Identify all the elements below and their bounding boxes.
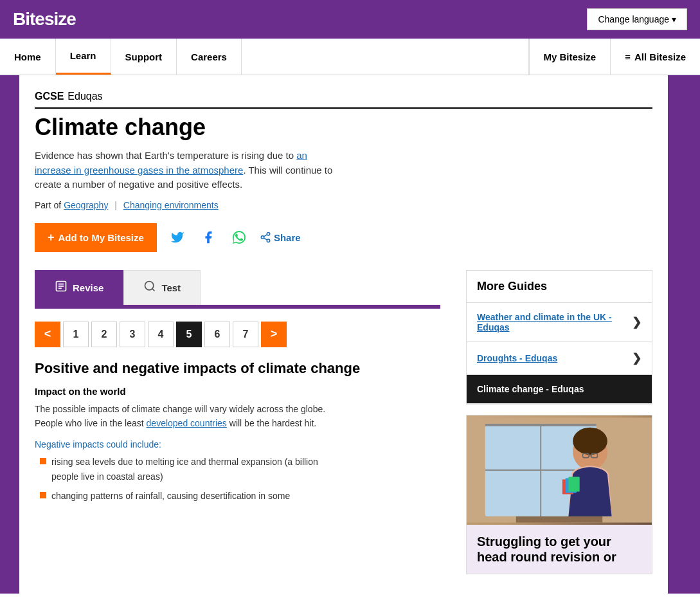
changing-environments-link[interactable]: Changing environments	[123, 200, 219, 210]
page-6-button[interactable]: 6	[204, 322, 230, 347]
page-5-button[interactable]: 5	[176, 322, 202, 347]
top-header: Bitesize Change language ▾	[0, 0, 700, 39]
right-purple-strip	[668, 75, 700, 594]
plus-icon: +	[48, 231, 55, 244]
developed-countries-link[interactable]: developed countries	[147, 418, 227, 428]
promo-heading: Struggling to get your head round revisi…	[477, 534, 642, 565]
tab-revise[interactable]: Revise	[35, 270, 123, 305]
article-paragraph: The possible impacts of climate change w…	[35, 402, 343, 431]
right-sidebar: More Guides Weather and climate in the U…	[453, 270, 652, 574]
prev-page-button[interactable]: <	[35, 322, 60, 347]
promo-text-box: Struggling to get your head round revisi…	[467, 525, 652, 574]
more-guides-title: More Guides	[467, 271, 652, 303]
guide-link-climate-change[interactable]: Climate change - Eduqas	[467, 375, 652, 404]
svg-line-3	[264, 238, 267, 240]
pagination: < 1 2 3 4 5 6 7 >	[35, 322, 440, 347]
breadcrumb-gcse: GCSE	[35, 91, 64, 102]
guide-link-droughts[interactable]: Droughts - Eduqas ❯	[467, 342, 652, 375]
page-1-button[interactable]: 1	[63, 322, 89, 347]
share-button[interactable]: Share	[260, 232, 301, 243]
nav-right: My Bitesize ≡ All Bitesize	[528, 39, 701, 75]
bullet-list: rising sea levels due to melting ice and…	[40, 455, 440, 503]
section-title: Impact on the world	[35, 386, 440, 397]
bitesize-logo: Bitesize	[13, 9, 76, 30]
page-description: Evidence has shown that Earth's temperat…	[35, 149, 343, 192]
svg-line-4	[264, 235, 267, 237]
tabs-container: Revise Test	[35, 270, 440, 307]
bullet-intro: Negative impacts could include:	[35, 439, 440, 450]
whatsapp-share-button[interactable]	[229, 227, 249, 248]
bullet-item-1: rising sea levels due to melting ice and…	[40, 455, 336, 484]
promo-box: Struggling to get your head round revisi…	[466, 415, 652, 574]
tab-test[interactable]: Test	[123, 270, 201, 305]
content-panel: GCSE Eduqas Climate change Evidence has …	[19, 75, 668, 594]
breadcrumb-eduqas: Eduqas	[67, 91, 102, 102]
nav-careers[interactable]: Careers	[177, 39, 242, 75]
arrow-right-icon: ❯	[632, 315, 642, 329]
nav-learn[interactable]: Learn	[56, 39, 111, 75]
more-guides-box: More Guides Weather and climate in the U…	[466, 270, 652, 405]
twitter-share-button[interactable]	[167, 227, 188, 248]
bullet-square-icon	[40, 492, 46, 498]
promo-image	[467, 415, 652, 525]
action-bar: + Add to My Bitesize Share	[35, 223, 652, 252]
page-title: Climate change	[35, 114, 652, 141]
two-col-layout: Revise Test	[35, 270, 652, 574]
arrow-right-icon: ❯	[632, 351, 642, 365]
page-4-button[interactable]: 4	[148, 322, 174, 347]
bullet-square-icon	[40, 458, 46, 464]
nav-bar: Home Learn Support Careers My Bitesize ≡…	[0, 39, 700, 75]
svg-point-9	[145, 281, 154, 289]
article-title: Positive and negative impacts of climate…	[35, 360, 440, 377]
page-7-button[interactable]: 7	[233, 322, 258, 347]
nav-all-bitesize[interactable]: ≡ All Bitesize	[610, 39, 700, 75]
svg-point-1	[261, 236, 264, 239]
chevron-down-icon: ▾	[672, 14, 676, 24]
main-col: Revise Test	[35, 270, 440, 574]
left-purple-strip	[0, 75, 19, 594]
page-3-button[interactable]: 3	[120, 322, 145, 347]
part-of: Part of Geography | Changing environment…	[35, 200, 652, 210]
nav-my-bitesize[interactable]: My Bitesize	[529, 39, 611, 75]
page-2-button[interactable]: 2	[91, 322, 117, 347]
geography-link[interactable]: Geography	[64, 200, 108, 210]
menu-icon: ≡	[625, 51, 631, 62]
nav-left: Home Learn Support Careers	[0, 39, 528, 75]
breadcrumb: GCSE Eduqas	[35, 91, 652, 109]
test-icon	[143, 280, 156, 296]
change-language-button[interactable]: Change language ▾	[587, 8, 687, 30]
greenhouse-link[interactable]: an increase in greenhouse gases in the a…	[35, 150, 307, 176]
guide-link-weather[interactable]: Weather and climate in the UK - Eduqas ❯	[467, 303, 652, 342]
nav-support[interactable]: Support	[111, 39, 177, 75]
svg-line-10	[152, 288, 155, 291]
svg-point-0	[267, 233, 270, 236]
add-to-my-bitesize-button[interactable]: + Add to My Bitesize	[35, 223, 157, 252]
svg-point-2	[267, 239, 270, 242]
next-page-button[interactable]: >	[261, 322, 287, 347]
svg-rect-24	[568, 477, 579, 491]
revise-icon	[55, 280, 67, 296]
facebook-share-button[interactable]	[198, 227, 219, 248]
bullet-item-2: changing patterns of rainfall, causing d…	[40, 489, 336, 503]
nav-home[interactable]: Home	[0, 39, 56, 75]
